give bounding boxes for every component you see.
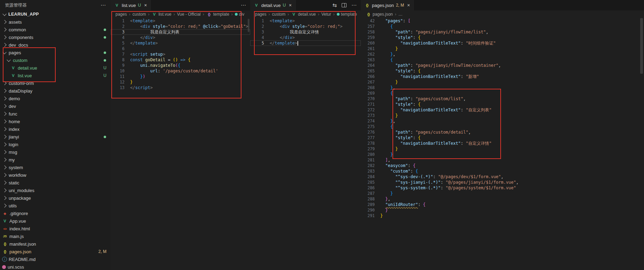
code-line[interactable]: 7<script setup> bbox=[111, 51, 250, 57]
breadcrumb-item-template[interactable]: template bbox=[337, 12, 357, 17]
code-line[interactable]: 257 { bbox=[361, 24, 644, 29]
code-line[interactable]: 287 } bbox=[361, 191, 644, 196]
tree-folder-demo[interactable]: demo bbox=[0, 95, 111, 102]
code-line[interactable]: 1<template> bbox=[250, 18, 361, 24]
tree-folder-static[interactable]: static bbox=[0, 179, 111, 186]
more-actions-icon[interactable]: ⋯ bbox=[351, 2, 357, 8]
code-line[interactable]: 262 }, bbox=[361, 51, 644, 57]
code-line[interactable]: 272 "navigationBarTitleText": "自定义列表" bbox=[361, 107, 644, 113]
code-line[interactable]: 263 { bbox=[361, 57, 644, 63]
tree-file-list-vue[interactable]: Vlist.vueU bbox=[0, 72, 111, 79]
code-line[interactable]: 13</script> bbox=[111, 85, 250, 90]
breadcrumb-item-template[interactable]: {}template bbox=[206, 12, 229, 17]
code-line[interactable]: 3 我是自定义详情 bbox=[250, 29, 361, 35]
code-editor-detail-vue[interactable]: 1<template>2 <div style="color: red;">3 … bbox=[250, 18, 361, 270]
code-editor-pages-json[interactable]: 42 "pages": [257 {258 "path": "pages/jia… bbox=[361, 18, 644, 270]
code-line[interactable]: 285 "^sys-jianyi-(.*)": "@/pages/jianyi/… bbox=[361, 180, 644, 185]
code-line[interactable]: 289 "uniIdRouter": { bbox=[361, 202, 644, 207]
tree-folder-pages[interactable]: pages bbox=[0, 49, 111, 56]
code-line[interactable]: 9 uni.navigateTo({ bbox=[111, 63, 250, 68]
tree-folder-func[interactable]: func bbox=[0, 110, 111, 118]
explorer-more-actions-icon[interactable]: ⋯ bbox=[101, 2, 106, 8]
tree-file-gitignore[interactable]: ◆.gitignore bbox=[0, 209, 111, 217]
tree-folder-workflow[interactable]: workflow bbox=[0, 171, 111, 179]
tree-folder-common[interactable]: common bbox=[0, 26, 111, 33]
code-line[interactable]: 5</template> bbox=[250, 40, 361, 46]
tree-folder-login[interactable]: login bbox=[0, 141, 111, 148]
code-line[interactable]: 42 "pages": [ bbox=[361, 18, 644, 24]
tree-folder-assets[interactable]: assets bbox=[0, 18, 111, 26]
tree-file-readme-md[interactable]: iREADME.md bbox=[0, 255, 111, 263]
tree-folder-unpackage[interactable]: unpackage bbox=[0, 194, 111, 202]
tree-folder-dev[interactable]: dev bbox=[0, 102, 111, 110]
tree-folder-customform[interactable]: customForm bbox=[0, 79, 111, 87]
more-actions-icon[interactable]: ⋯ bbox=[241, 2, 246, 8]
tree-folder-home[interactable]: home bbox=[0, 118, 111, 125]
tab-pages-json[interactable]: {}pages.json2, M× bbox=[361, 0, 414, 10]
code-line[interactable]: 275 { bbox=[361, 124, 644, 129]
breadcrumb-item-[interactable]: … bbox=[398, 12, 403, 17]
code-editor-list-vue[interactable]: 1<template>2 <div style="color: red;" @c… bbox=[111, 18, 250, 270]
tree-file-main-js[interactable]: JSmain.js bbox=[0, 232, 111, 240]
breadcrumb-item-custom[interactable]: custom bbox=[272, 12, 286, 17]
code-line[interactable]: 270 "path": "pages/custom/list", bbox=[361, 96, 644, 102]
breadcrumb-item-vetur[interactable]: Vetur bbox=[321, 12, 331, 17]
code-line[interactable]: 291} bbox=[361, 213, 644, 219]
code-line[interactable]: 273 } bbox=[361, 113, 644, 118]
code-line[interactable]: 280 } bbox=[361, 152, 644, 157]
code-line[interactable]: 266 "navigationBarTitleText": "新增" bbox=[361, 74, 644, 79]
tree-folder-dev-docs[interactable]: dev_docs bbox=[0, 41, 111, 49]
tree-folder-my[interactable]: my bbox=[0, 156, 111, 164]
tree-folder-system[interactable]: system bbox=[0, 164, 111, 171]
code-line[interactable]: 4 </div> bbox=[111, 35, 250, 40]
code-line[interactable]: 6 bbox=[111, 46, 250, 51]
scrollbar-thumb[interactable] bbox=[640, 18, 643, 74]
tree-folder-uni-modules[interactable]: uni_modules bbox=[0, 186, 111, 194]
scrollbar-thumb[interactable] bbox=[248, 19, 249, 32]
close-icon[interactable]: × bbox=[144, 2, 147, 8]
code-line[interactable]: 290 } bbox=[361, 207, 644, 213]
code-line[interactable]: 269 { bbox=[361, 90, 644, 96]
editor-layout-icon[interactable] bbox=[342, 3, 347, 7]
code-line[interactable]: 2 <div style="color: red;" @click="goDet… bbox=[111, 24, 250, 29]
code-line[interactable]: 8const goDetail = () => { bbox=[111, 57, 250, 63]
breadcrumb-item-custom[interactable]: custom bbox=[133, 12, 146, 17]
code-line[interactable]: 283 "custom": { bbox=[361, 168, 644, 174]
tree-file-uni-scss[interactable]: uni.scss bbox=[0, 263, 111, 270]
code-line[interactable]: 3 我是自定义列表 bbox=[111, 29, 250, 35]
tree-folder-jianyi[interactable]: jianyi bbox=[0, 133, 111, 141]
breadcrumb-item-vue-official[interactable]: Vue - Official bbox=[177, 12, 201, 17]
code-line[interactable]: 279 } bbox=[361, 146, 644, 152]
code-line[interactable]: 271 "style": { bbox=[361, 102, 644, 107]
close-icon[interactable]: × bbox=[407, 2, 410, 8]
tree-file-manifest-json[interactable]: {}manifest.json bbox=[0, 240, 111, 248]
tree-folder-custom[interactable]: custom bbox=[0, 56, 111, 64]
breadcrumb-item-pages[interactable]: pages bbox=[116, 12, 127, 17]
code-line[interactable]: 282 "easycom": { bbox=[361, 163, 644, 168]
tree-folder-index[interactable]: index bbox=[0, 125, 111, 133]
code-line[interactable]: 264 "path": "pages/jianyi/flowTime/conta… bbox=[361, 63, 644, 68]
sidebar-root-folder[interactable]: LEARUN_APP bbox=[0, 10, 111, 18]
breadcrumb-item-detail-vue[interactable]: Vdetail.vue bbox=[291, 12, 316, 17]
code-line[interactable]: 2 <div style="color: red;"> bbox=[250, 24, 361, 29]
close-icon[interactable]: × bbox=[289, 2, 292, 8]
breadcrumb-item-list-vue[interactable]: Vlist.vue bbox=[151, 12, 171, 17]
code-line[interactable]: 274 }, bbox=[361, 118, 644, 124]
code-line[interactable]: 1<template> bbox=[111, 18, 250, 24]
tree-folder-msg[interactable]: msg bbox=[0, 148, 111, 156]
breadcrumb-item-pages[interactable]: pages bbox=[255, 12, 267, 17]
code-line[interactable]: 11 }) bbox=[111, 74, 250, 79]
open-changes-icon[interactable]: ⇆ bbox=[332, 2, 337, 8]
code-line[interactable]: 281 ], bbox=[361, 157, 644, 163]
breadcrumb-item-div[interactable]: div bbox=[235, 12, 244, 17]
code-line[interactable]: 278 "navigationBarTitleText": "自定义详情" bbox=[361, 141, 644, 146]
tree-file-detail-vue[interactable]: Vdetail.vueU bbox=[0, 64, 111, 72]
code-line[interactable]: 5</template> bbox=[111, 40, 250, 46]
code-line[interactable]: 276 "path": "pages/custom/detail", bbox=[361, 129, 644, 135]
code-line[interactable]: 277 "style": { bbox=[361, 135, 644, 141]
tab-detail-vue[interactable]: Vdetail.vueU× bbox=[250, 0, 296, 10]
code-line[interactable]: 268 }, bbox=[361, 85, 644, 90]
tree-folder-components[interactable]: components bbox=[0, 33, 111, 41]
tree-file-index-html[interactable]: <>index.html bbox=[0, 225, 111, 232]
code-line[interactable]: 261 } bbox=[361, 46, 644, 51]
